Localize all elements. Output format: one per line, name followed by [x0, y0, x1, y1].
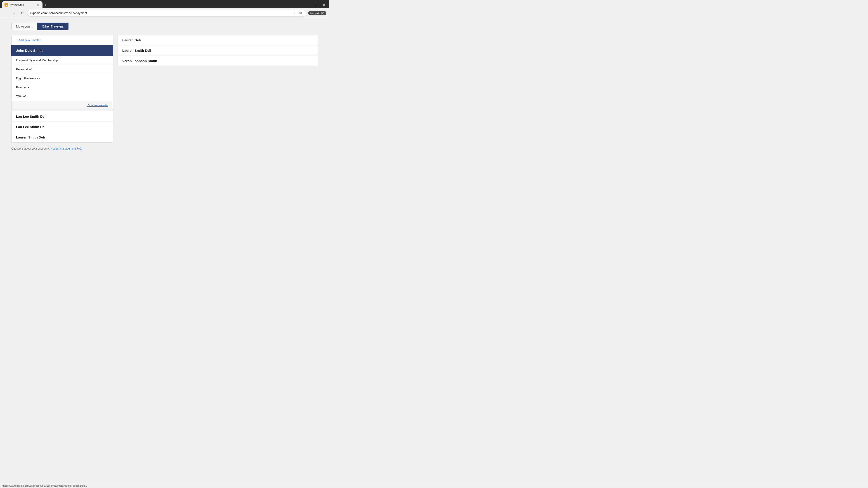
selected-traveler[interactable]: John Dale Smith: [11, 45, 113, 56]
back-button[interactable]: ←: [3, 10, 9, 16]
address-input[interactable]: [30, 11, 290, 15]
close-window-button[interactable]: ✕: [321, 2, 327, 8]
split-view-button[interactable]: ⊞: [298, 10, 303, 16]
add-traveler-box: + Add new traveler: [11, 35, 113, 45]
tab-my-account[interactable]: My Account: [11, 23, 37, 30]
traveler-item-lau-lee-1[interactable]: Lau Lee Smith Deli: [11, 111, 113, 122]
right-panel: Lauren Deli Lauren Smith Deli Veron John…: [118, 35, 318, 150]
restore-button[interactable]: ❐: [313, 2, 319, 8]
right-traveler-lauren-deli[interactable]: Lauren Deli: [118, 35, 318, 45]
tsa-info-item[interactable]: TSA Info: [11, 92, 113, 101]
address-bar: ☆ ⊞: [27, 10, 306, 17]
frequent-flyer-item[interactable]: Frequent Flyer and Membership: [11, 56, 113, 65]
page-content: My Account Other Travelers + Add new tra…: [0, 18, 329, 176]
tab-title: My Account: [10, 3, 34, 6]
left-panel: + Add new traveler John Dale Smith Frequ…: [11, 35, 113, 150]
remove-traveler-link[interactable]: Remove traveler: [87, 103, 108, 107]
footer-text: Questions about your account? Account ma…: [11, 147, 113, 150]
right-traveler-lauren-smith-deli[interactable]: Lauren Smith Deli: [118, 45, 318, 56]
tab-close-button[interactable]: ✕: [36, 3, 40, 6]
window-controls: ─ ❐ ✕: [305, 2, 327, 8]
main-layout: + Add new traveler John Dale Smith Frequ…: [11, 35, 318, 150]
personal-info-item[interactable]: Personal Info: [11, 65, 113, 74]
page-tabs-nav: My Account Other Travelers: [11, 23, 318, 30]
remove-traveler-row: Remove traveler: [11, 101, 113, 109]
add-traveler-link[interactable]: + Add new traveler: [16, 38, 40, 42]
tab-other-travelers[interactable]: Other Travelers: [37, 23, 68, 30]
account-management-link[interactable]: Account management: [50, 147, 76, 150]
address-icons: ☆ ⊞: [291, 10, 303, 16]
tab-favicon: E: [4, 3, 8, 6]
tab-bar: E My Account ✕ + ─ ❐ ✕: [0, 0, 329, 8]
right-traveler-veron-johnson[interactable]: Veron Johnson Smith: [118, 56, 318, 66]
faq-link[interactable]: FAQ: [76, 147, 82, 150]
new-tab-button[interactable]: +: [42, 2, 49, 8]
refresh-button[interactable]: ↻: [19, 10, 25, 16]
bookmark-button[interactable]: ☆: [291, 10, 297, 16]
passports-item[interactable]: Passports: [11, 83, 113, 92]
flight-preferences-item[interactable]: Flight Preferences: [11, 74, 113, 83]
forward-button[interactable]: →: [11, 10, 17, 16]
minimize-button[interactable]: ─: [305, 2, 311, 8]
traveler-item-lauren-smith[interactable]: Lauren Smith Deli: [11, 132, 113, 142]
address-bar-row: ← → ↻ ☆ ⊞ Incognito (2): [0, 8, 329, 18]
traveler-item-lau-lee-2[interactable]: Lau Lee Smith Deli: [11, 122, 113, 132]
browser-tab[interactable]: E My Account ✕: [2, 1, 42, 8]
incognito-badge: Incognito (2): [308, 11, 327, 15]
